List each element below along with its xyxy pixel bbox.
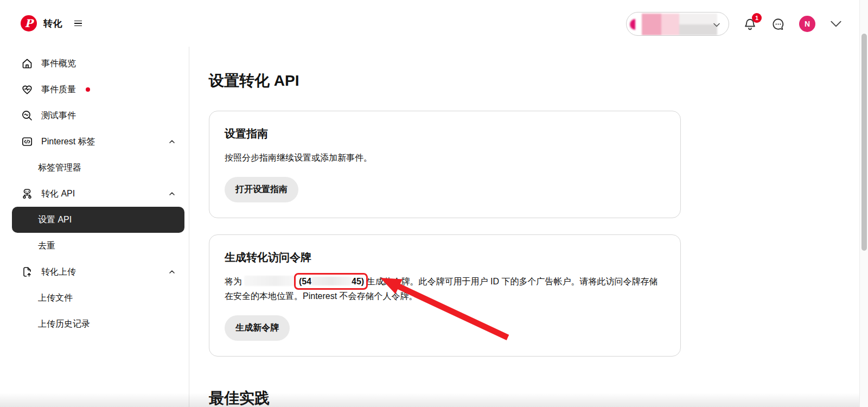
setup-guide-card: 设置指南 按照分步指南继续设置或添加新事件。 打开设置指南 — [209, 111, 681, 218]
token-prefix: (54 — [299, 277, 311, 286]
token-text-start: 将为 — [225, 277, 242, 286]
token-suffix: 45) — [352, 277, 364, 286]
chevron-up-icon — [168, 268, 176, 276]
sidebar-item-label: 转化上传 — [41, 266, 76, 278]
app-title: 转化 — [43, 17, 62, 30]
redacted-token-digits — [311, 277, 352, 285]
sidebar-item-deduplication[interactable]: 去重 — [12, 233, 184, 259]
sidebar: 事件概览 事件质量 测试事件 Pinterest 标签 标签管理器 — [0, 47, 189, 407]
chat-icon — [771, 17, 786, 31]
scrollbar-thumb[interactable] — [861, 34, 867, 251]
search-wave-icon — [21, 109, 34, 122]
best-practices-title: 最佳实践 — [209, 388, 859, 407]
sidebar-item-test-events[interactable]: 测试事件 — [12, 103, 184, 129]
sidebar-item-label: 事件概览 — [41, 58, 76, 69]
pinterest-logo-icon[interactable]: P — [21, 15, 37, 31]
chevron-up-icon — [168, 138, 176, 145]
card-title: 设置指南 — [225, 126, 665, 141]
sidebar-item-label: 设置 API — [38, 214, 72, 226]
generate-token-card: 生成转化访问令牌 将为 (5445) 生成此令牌。此令牌可用于用户 ID 下的多… — [209, 234, 681, 357]
sidebar-item-upload-history[interactable]: 上传历史记录 — [12, 311, 184, 337]
main-content: 设置转化 API 设置指南 按照分步指南继续设置或添加新事件。 打开设置指南 生… — [189, 47, 859, 407]
heart-pulse-icon — [21, 83, 34, 96]
sidebar-item-label: 上传历史记录 — [38, 319, 90, 330]
sidebar-item-upload-file[interactable]: 上传文件 — [12, 285, 184, 311]
sitemap-icon — [21, 187, 34, 200]
app-window: P 转化 1 — [0, 0, 868, 407]
token-description: 将为 (5445) 生成此令牌。此令牌可用于用户 ID 下的多个广告帐户。请将此… — [225, 275, 665, 303]
redacted-account-name — [244, 276, 296, 286]
vertical-scrollbar[interactable] — [859, 0, 868, 407]
sidebar-item-label: 上传文件 — [38, 292, 73, 304]
sidebar-item-label: 转化 API — [41, 188, 75, 200]
sidebar-item-label: 事件质量 — [41, 84, 76, 96]
notification-badge: 1 — [752, 13, 762, 23]
sidebar-item-conversion-upload[interactable]: 转化上传 — [12, 259, 184, 285]
card-title: 生成转化访问令牌 — [225, 250, 665, 265]
home-icon — [21, 57, 34, 70]
hamburger-menu-icon[interactable] — [72, 18, 84, 29]
upload-file-icon — [21, 265, 34, 278]
chevron-down-icon — [712, 21, 721, 29]
alert-dot-icon — [86, 87, 90, 92]
user-avatar[interactable]: N — [799, 16, 815, 32]
sidebar-item-tag-manager[interactable]: 标签管理器 — [12, 155, 184, 181]
page-title: 设置转化 API — [209, 71, 859, 91]
sidebar-item-label: Pinterest 标签 — [41, 136, 95, 148]
code-tag-icon — [21, 135, 34, 148]
chevron-up-icon — [168, 190, 176, 198]
sidebar-item-label: 去重 — [38, 240, 55, 252]
generate-new-token-button[interactable]: 生成新令牌 — [225, 315, 290, 341]
collapse-header-button[interactable] — [829, 17, 843, 31]
account-selector[interactable] — [626, 12, 729, 36]
card-body: 按照分步指南继续设置或添加新事件。 — [225, 151, 665, 165]
sidebar-item-pinterest-tag[interactable]: Pinterest 标签 — [12, 129, 184, 155]
sidebar-item-setup-api[interactable]: 设置 API — [12, 207, 184, 233]
messages-button[interactable] — [771, 17, 786, 31]
sidebar-item-label: 标签管理器 — [38, 162, 81, 174]
top-header: P 转化 1 — [0, 0, 859, 47]
token-id-annotated: (5445) — [299, 277, 364, 286]
chevron-down-icon — [829, 17, 843, 31]
sidebar-item-event-overview[interactable]: 事件概览 — [12, 50, 184, 77]
sidebar-item-event-quality[interactable]: 事件质量 — [12, 77, 184, 103]
open-setup-guide-button[interactable]: 打开设置指南 — [225, 177, 298, 202]
notifications-button[interactable]: 1 — [743, 17, 757, 31]
sidebar-item-label: 测试事件 — [41, 110, 76, 122]
sidebar-item-conversions-api[interactable]: 转化 API — [12, 181, 184, 207]
